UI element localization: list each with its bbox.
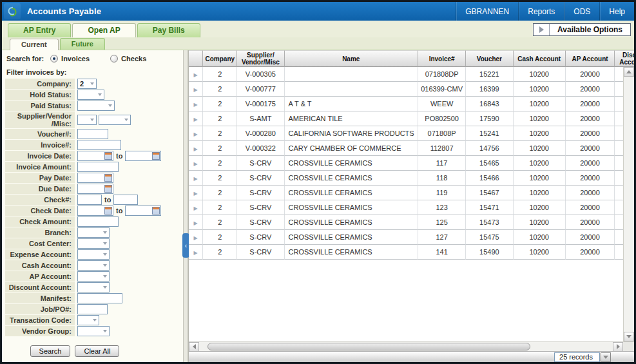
invoice-row[interactable]: ▶ 2 V-000777 016399-CMV 16399 10200 2000… xyxy=(189,82,634,97)
filter-vendor-group-select[interactable] xyxy=(77,326,110,336)
panel-splitter[interactable]: ‹ xyxy=(183,50,188,362)
invoice-row[interactable]: ▶ 2 S-CRV CROSSVILLE CERAMICS 125 15473 … xyxy=(189,215,634,230)
filter-transaction-code-select[interactable] xyxy=(77,315,99,325)
menu-item-user[interactable]: GBRANNEN xyxy=(456,2,518,21)
invoice-row[interactable]: ▶ 2 S-CRV CROSSVILLE CERAMICS 141 15490 … xyxy=(189,245,634,260)
filter-check-to-input[interactable] xyxy=(113,195,138,205)
row-expander-icon[interactable]: ▶ xyxy=(194,131,198,137)
scroll-left-button[interactable] xyxy=(189,342,199,352)
calendar-icon[interactable] xyxy=(104,174,112,182)
filter-invoice-date-from-input[interactable] xyxy=(77,151,113,161)
filter-check-date-to-input[interactable] xyxy=(125,206,161,216)
search-for-invoices-option[interactable]: Invoices xyxy=(50,55,90,62)
row-expander-icon[interactable]: ▶ xyxy=(194,206,198,211)
scroll-right-button[interactable] xyxy=(613,342,623,352)
calendar-icon[interactable] xyxy=(104,152,112,160)
filter-supplier-vendor-misc-select-1[interactable] xyxy=(77,115,97,125)
invoice-row[interactable]: ▶ 2 V-000175 A T & T WEEW 16843 10200 20… xyxy=(189,97,634,111)
row-expander-icon[interactable]: ▶ xyxy=(194,220,198,226)
column-header-cash-account[interactable]: Cash Account xyxy=(514,50,566,67)
tab-pay-bills[interactable]: Pay Bills xyxy=(137,23,200,37)
filter-manifest-input[interactable] xyxy=(77,293,122,303)
invoice-row[interactable]: ▶ 2 V-000305 071808DP 15221 10200 20000 xyxy=(189,67,634,82)
horizontal-scroll-track[interactable] xyxy=(199,342,613,352)
calendar-icon[interactable] xyxy=(104,185,112,193)
column-header-disc-accou[interactable]: Disc Accou xyxy=(615,50,634,67)
column-header-voucher[interactable]: Voucher xyxy=(466,50,513,67)
filter-cash-account-select[interactable] xyxy=(77,260,110,271)
tab-open-ap[interactable]: Open AP xyxy=(72,23,135,37)
invoice-row[interactable]: ▶ 2 S-CRV CROSSVILLE CERAMICS 117 15465 … xyxy=(189,156,634,171)
subtab-current[interactable]: Current xyxy=(10,39,59,50)
available-options-button[interactable]: Available Options xyxy=(533,23,631,36)
cell-invoice: WEEW xyxy=(418,97,466,111)
horizontal-scroll-thumb[interactable] xyxy=(207,343,530,350)
row-expander-icon[interactable]: ▶ xyxy=(194,146,198,152)
filter-branch-select[interactable] xyxy=(77,227,110,238)
calendar-icon[interactable] xyxy=(104,207,112,215)
menu-item-reports[interactable]: Reports xyxy=(518,2,564,21)
filter-check-date-from-input[interactable] xyxy=(77,206,113,216)
filter-company-select[interactable]: 2 xyxy=(77,79,97,89)
filter-job-po-input[interactable] xyxy=(77,304,108,314)
row-expander-icon[interactable]: ▶ xyxy=(194,235,198,241)
filter-discount-account-select[interactable] xyxy=(77,282,110,292)
filter-ap-account-select[interactable] xyxy=(77,271,110,282)
filter-check-amount-input[interactable] xyxy=(77,216,119,227)
filter-invoice-date-to-input[interactable] xyxy=(125,151,161,161)
filter-check-from-input[interactable] xyxy=(77,195,102,205)
dropdown-arrow-icon xyxy=(103,330,107,332)
subtab-future[interactable]: Future xyxy=(60,38,105,50)
calendar-icon[interactable] xyxy=(152,152,160,160)
app-logo-icon[interactable] xyxy=(4,3,21,19)
row-expander-icon[interactable]: ▶ xyxy=(194,176,198,182)
column-header-name[interactable]: Name xyxy=(285,50,419,67)
search-button[interactable]: Search xyxy=(30,345,71,357)
filter-invoice-input[interactable] xyxy=(77,140,121,150)
column-header-ap-account[interactable]: AP Account xyxy=(566,50,615,67)
records-select[interactable]: 25 records xyxy=(554,352,611,362)
row-expander-icon[interactable]: ▶ xyxy=(194,72,198,78)
invoice-row[interactable]: ▶ 2 S-CRV CROSSVILLE CERAMICS 123 15471 … xyxy=(189,200,634,215)
invoice-row[interactable]: ▶ 2 S-CRV CROSSVILLE CERAMICS 119 15467 … xyxy=(189,186,634,200)
filter-cost-center-select[interactable] xyxy=(77,238,110,249)
tab-ap-entry[interactable]: AP Entry xyxy=(8,23,71,37)
column-header-expander[interactable] xyxy=(189,50,203,67)
checks-radio[interactable] xyxy=(110,55,118,62)
filter-hold-status-select[interactable] xyxy=(77,90,104,100)
row-expander-icon[interactable]: ▶ xyxy=(194,191,198,196)
filter-supplier-vendor-misc-select-2[interactable] xyxy=(99,115,131,125)
cell-name: CROSSVILLE CERAMICS xyxy=(285,245,419,260)
column-header-invoice[interactable]: Invoice# xyxy=(418,50,466,67)
invoice-row[interactable]: ▶ 2 S-CRV CROSSVILLE CERAMICS 118 15466 … xyxy=(189,171,634,186)
filter-voucher-input[interactable] xyxy=(77,129,108,139)
column-header-company[interactable]: Company xyxy=(203,50,237,67)
filter-due-date-input[interactable] xyxy=(77,184,113,194)
cell-ap-account: 20000 xyxy=(566,111,615,126)
vertical-scrollbar[interactable] xyxy=(623,67,634,341)
invoice-row[interactable]: ▶ 2 S-CRV CROSSVILLE CERAMICS 127 15475 … xyxy=(189,230,634,245)
menu-item-ods[interactable]: ODS xyxy=(564,2,599,21)
horizontal-scrollbar[interactable] xyxy=(189,341,634,351)
invoice-row[interactable]: ▶ 2 S-AMT AMERICAN TILE PO802500 17590 1… xyxy=(189,111,634,126)
row-expander-icon[interactable]: ▶ xyxy=(194,250,198,256)
filter-pay-date-input[interactable] xyxy=(77,173,113,183)
filter-invoice-amount-input[interactable] xyxy=(77,162,119,172)
menu-item-help[interactable]: Help xyxy=(599,2,634,21)
scroll-up-button[interactable] xyxy=(624,67,634,77)
column-header-supplier-vendor-misc[interactable]: Supplier/ Vendor/Misc xyxy=(237,50,284,67)
row-expander-icon[interactable]: ▶ xyxy=(194,117,198,122)
invoice-row[interactable]: ▶ 2 V-000322 CARY CHAMBER OF COMMERCE 11… xyxy=(189,141,634,156)
search-for-checks-option[interactable]: Checks xyxy=(110,55,146,62)
row-expander-icon[interactable]: ▶ xyxy=(194,102,198,108)
row-expander-icon[interactable]: ▶ xyxy=(194,87,198,93)
filter-paid-status-select[interactable] xyxy=(77,101,115,111)
invoices-radio[interactable] xyxy=(50,55,58,62)
scroll-down-button[interactable] xyxy=(624,332,634,341)
row-expander-icon[interactable]: ▶ xyxy=(194,161,198,167)
clear-all-button[interactable]: Clear All xyxy=(75,345,119,357)
records-dropdown-button[interactable] xyxy=(601,352,611,362)
invoice-row[interactable]: ▶ 2 V-000280 CALIFORNIA SOFTWARE PRODUCT… xyxy=(189,126,634,141)
calendar-icon[interactable] xyxy=(152,207,160,215)
filter-expense-account-select[interactable] xyxy=(77,249,110,260)
